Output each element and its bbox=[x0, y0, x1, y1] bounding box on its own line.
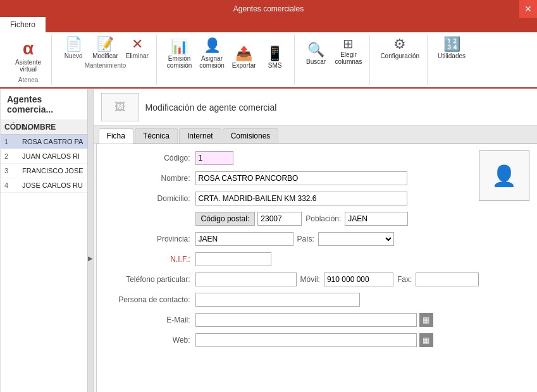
elegir-columnas-label: Elegircolumnas bbox=[335, 51, 362, 65]
nuevo-icon: 📄 bbox=[65, 37, 82, 51]
movil-input[interactable] bbox=[324, 273, 393, 286]
agent-row[interactable]: 4 JOSE CARLOS RU bbox=[1, 178, 87, 193]
emision-icon: 📊 bbox=[171, 40, 188, 54]
persona-contacto-input[interactable] bbox=[195, 293, 360, 307]
ribbon-group-buscar: 🔍 Buscar ⊞ Elegircolumnas bbox=[297, 35, 371, 85]
web-row: Web: ▦ bbox=[107, 333, 479, 348]
nif-input[interactable] bbox=[195, 252, 271, 266]
pais-label: País: bbox=[293, 235, 318, 243]
emision-button[interactable]: 📊 Emisióncomisión bbox=[164, 39, 194, 70]
window-title: Agentes comerciales bbox=[233, 4, 304, 13]
poblacion-label: Población: bbox=[302, 214, 345, 223]
configuracion-icon: ⚙ bbox=[393, 37, 406, 51]
emision-buttons: 📊 Emisióncomisión 👤 Asignarcomisión 📤 Ex… bbox=[164, 36, 289, 70]
tab-tecnica[interactable]: Técnica bbox=[135, 128, 178, 143]
buscar-button[interactable]: 🔍 Buscar bbox=[302, 42, 330, 66]
provincia-row: Provincia: País: bbox=[107, 231, 479, 247]
tab-comisiones[interactable]: Comisiones bbox=[223, 128, 279, 143]
elegir-columnas-button[interactable]: ⊞ Elegircolumnas bbox=[333, 36, 365, 66]
title-bar: Agentes comerciales ✕ bbox=[0, 0, 537, 17]
buscar-label: Buscar bbox=[306, 58, 326, 65]
configuracion-button[interactable]: ⚙ Configuración bbox=[378, 36, 422, 61]
codigo-postal-button[interactable]: Código postal: bbox=[195, 212, 256, 226]
form-header-title: Modificación de agente comercial bbox=[145, 102, 277, 113]
ribbon-group-emision: 📊 Emisióncomisión 👤 Asignarcomisión 📤 Ex… bbox=[159, 35, 295, 85]
codigo-input[interactable] bbox=[195, 151, 233, 165]
utilidades-label: Utilidades bbox=[438, 52, 466, 59]
agent-row[interactable]: 2 JUAN CARLOS RI bbox=[1, 149, 87, 164]
modificar-icon: 📝 bbox=[97, 37, 114, 51]
header-nombre: NOMBRE bbox=[22, 123, 83, 132]
eliminar-button[interactable]: ✕ Eliminar bbox=[123, 36, 151, 61]
provincia-input[interactable] bbox=[195, 232, 293, 246]
persona-contacto-row: Persona de contacto: bbox=[107, 292, 479, 307]
nif-row: N.I.F.: bbox=[107, 252, 479, 267]
asistente-virtual-button[interactable]: α Asistentevirtual bbox=[10, 36, 46, 75]
photo-box: 👤 bbox=[479, 150, 529, 201]
expand-arrow[interactable]: ▶ bbox=[88, 89, 94, 392]
telefono-input[interactable] bbox=[195, 273, 297, 286]
alpha-icon: α bbox=[23, 39, 34, 59]
exportar-button[interactable]: 📤 Exportar bbox=[230, 46, 259, 70]
buscar-icon: 🔍 bbox=[307, 43, 324, 57]
agent-list-panel: Agentes comercia... CÓDI... NOMBRE 1 ROS… bbox=[1, 89, 88, 392]
codigo-row: Código: bbox=[107, 150, 479, 166]
utilidades-buttons: 🔢 Utilidades bbox=[435, 36, 468, 61]
form-header: 🖼 Modificación de agente comercial bbox=[94, 89, 537, 126]
agent-row[interactable]: 1 ROSA CASTRO PA bbox=[1, 135, 87, 149]
fax-input[interactable] bbox=[416, 273, 479, 286]
postal-row: Código postal: Población: bbox=[107, 211, 479, 226]
pais-select[interactable] bbox=[318, 232, 394, 246]
nombre-row: Nombre: bbox=[107, 171, 479, 186]
codigo-postal-input[interactable] bbox=[257, 212, 302, 226]
persona-contacto-label: Persona de contacto: bbox=[107, 295, 195, 304]
agent-number: 4 bbox=[4, 181, 22, 189]
nombre-input[interactable] bbox=[195, 171, 407, 185]
close-button[interactable]: ✕ bbox=[519, 0, 537, 18]
tab-ficha[interactable]: Ficha bbox=[99, 128, 133, 144]
header-codigo: CÓDI... bbox=[4, 123, 22, 132]
sms-button[interactable]: 📱 SMS bbox=[261, 46, 289, 70]
email-row: E-Mail: ▦ bbox=[107, 312, 479, 328]
exportar-label: Exportar bbox=[232, 62, 256, 69]
exportar-icon: 📤 bbox=[235, 47, 252, 61]
ribbon: Fichero α Asistentevirtual Atenea 📄 Nuev… bbox=[0, 17, 537, 89]
email-label: E-Mail: bbox=[107, 315, 195, 324]
agent-row[interactable]: 3 FRANCISCO JOSE bbox=[1, 164, 87, 178]
poblacion-input[interactable] bbox=[345, 212, 408, 226]
nuevo-label: Nuevo bbox=[65, 52, 83, 59]
ribbon-group-config: ⚙ Configuración bbox=[373, 35, 428, 85]
movil-label: Móvil: bbox=[297, 275, 324, 284]
mantenimiento-buttons: 📄 Nuevo 📝 Modificar ✕ Eliminar bbox=[59, 36, 151, 61]
tab-internet[interactable]: Internet bbox=[179, 128, 221, 143]
domicilio-input[interactable] bbox=[195, 192, 407, 205]
ribbon-group-atenea: α Asistentevirtual Atenea bbox=[5, 35, 52, 85]
email-input[interactable] bbox=[195, 313, 417, 327]
agent-number: 2 bbox=[4, 152, 22, 160]
nif-label: N.I.F.: bbox=[107, 255, 195, 264]
asignar-button[interactable]: 👤 Asignarcomisión bbox=[197, 36, 226, 70]
utilidades-button[interactable]: 🔢 Utilidades bbox=[435, 36, 468, 61]
configuracion-label: Configuración bbox=[380, 52, 419, 59]
agent-table-header: CÓDI... NOMBRE bbox=[1, 120, 87, 135]
web-qr-icon[interactable]: ▦ bbox=[419, 333, 433, 347]
modificar-button[interactable]: 📝 Modificar bbox=[90, 36, 121, 61]
email-qr-icon[interactable]: ▦ bbox=[419, 313, 433, 327]
mantenimiento-group-label: Mantenimiento bbox=[85, 62, 127, 69]
agent-number: 3 bbox=[4, 167, 22, 175]
ribbon-tabs: Fichero bbox=[0, 17, 537, 32]
main-layout: 0-9abcdefghijklmnñopqrstuvwxyz Agentes c… bbox=[0, 89, 537, 392]
agent-number: 1 bbox=[4, 138, 22, 145]
web-input[interactable] bbox=[195, 333, 417, 347]
sms-label: SMS bbox=[268, 62, 282, 69]
telefono-label: Teléfono particular: bbox=[107, 275, 195, 284]
codigo-label: Código: bbox=[107, 154, 195, 162]
asistente-label: Asistentevirtual bbox=[15, 59, 41, 73]
nuevo-button[interactable]: 📄 Nuevo bbox=[59, 36, 87, 61]
tab-fichero[interactable]: Fichero bbox=[0, 17, 46, 32]
domicilio-row: Domicilio: bbox=[107, 191, 479, 206]
fax-label: Fax: bbox=[393, 275, 416, 284]
web-label: Web: bbox=[107, 336, 195, 345]
telefono-row: Teléfono particular: Móvil: Fax: bbox=[107, 272, 479, 287]
ribbon-content: α Asistentevirtual Atenea 📄 Nuevo 📝 Modi… bbox=[0, 32, 537, 89]
